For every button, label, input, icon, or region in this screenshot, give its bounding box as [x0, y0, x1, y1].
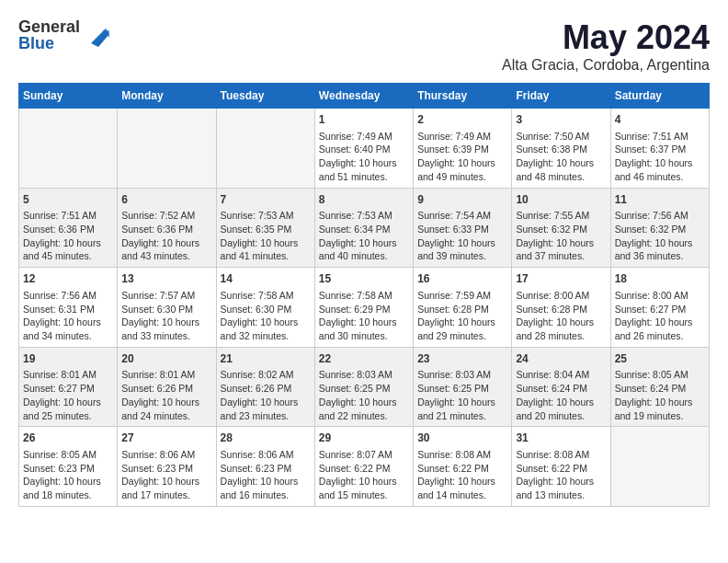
sunrise-line: Sunrise: 7:51 AM: [615, 131, 688, 142]
sunrise-line: Sunrise: 7:53 AM: [221, 210, 294, 221]
daylight-line2: and 20 minutes.: [516, 410, 585, 421]
daylight-line2: and 45 minutes.: [23, 250, 92, 261]
calendar-cell: 17Sunrise: 8:00 AMSunset: 6:28 PMDayligh…: [512, 268, 610, 348]
sunset-line: Sunset: 6:22 PM: [417, 463, 489, 474]
sunset-line: Sunset: 6:24 PM: [615, 383, 687, 394]
day-number: 10: [516, 192, 606, 208]
calendar-cell: 31Sunrise: 8:08 AMSunset: 6:22 PMDayligh…: [512, 427, 610, 507]
sunrise-line: Sunrise: 8:06 AM: [221, 449, 294, 460]
calendar-cell: 25Sunrise: 8:05 AMSunset: 6:24 PMDayligh…: [610, 347, 709, 427]
daylight-line1: Daylight: 10 hours: [23, 476, 101, 487]
sunset-line: Sunset: 6:30 PM: [221, 304, 292, 315]
sunrise-line: Sunrise: 7:51 AM: [23, 210, 97, 221]
calendar-cell: 27Sunrise: 8:06 AMSunset: 6:23 PMDayligh…: [118, 427, 216, 507]
calendar-cell: 22Sunrise: 8:03 AMSunset: 6:25 PMDayligh…: [314, 347, 413, 427]
calendar-cell: 11Sunrise: 7:56 AMSunset: 6:32 PMDayligh…: [610, 188, 709, 268]
sunrise-line: Sunrise: 8:05 AM: [615, 369, 688, 380]
sunset-line: Sunset: 6:36 PM: [23, 224, 95, 235]
calendar-row: 26Sunrise: 8:05 AMSunset: 6:23 PMDayligh…: [19, 427, 710, 507]
sunrise-line: Sunrise: 8:08 AM: [516, 449, 589, 460]
daylight-line2: and 34 minutes.: [23, 330, 92, 341]
header-saturday: Saturday: [610, 84, 709, 109]
sunset-line: Sunset: 6:23 PM: [221, 463, 292, 474]
daylight-line2: and 39 minutes.: [417, 250, 486, 261]
daylight-line2: and 19 minutes.: [615, 410, 684, 421]
calendar-cell: 2Sunrise: 7:49 AMSunset: 6:39 PMDaylight…: [414, 109, 512, 189]
sunrise-line: Sunrise: 7:53 AM: [319, 210, 392, 221]
sunset-line: Sunset: 6:32 PM: [516, 224, 587, 235]
calendar-cell: [118, 109, 216, 189]
sunrise-line: Sunrise: 8:03 AM: [319, 369, 392, 380]
sunset-line: Sunset: 6:32 PM: [615, 224, 687, 235]
sunrise-line: Sunrise: 7:58 AM: [221, 290, 294, 301]
header-monday: Monday: [118, 84, 216, 109]
daylight-line1: Daylight: 10 hours: [221, 476, 299, 487]
logo-general: General: [18, 18, 80, 35]
main-title: May 2024: [502, 18, 710, 57]
calendar-cell: 29Sunrise: 8:07 AMSunset: 6:22 PMDayligh…: [314, 427, 413, 507]
daylight-line2: and 18 minutes.: [23, 489, 92, 500]
sunset-line: Sunset: 6:38 PM: [516, 144, 587, 155]
daylight-line1: Daylight: 10 hours: [516, 157, 594, 168]
sunset-line: Sunset: 6:28 PM: [417, 304, 489, 315]
day-number: 4: [615, 112, 705, 128]
sunrise-line: Sunrise: 8:06 AM: [121, 449, 195, 460]
daylight-line2: and 28 minutes.: [516, 330, 585, 341]
daylight-line2: and 25 minutes.: [23, 410, 92, 421]
daylight-line2: and 29 minutes.: [417, 330, 486, 341]
daylight-line2: and 48 minutes.: [516, 171, 585, 182]
daylight-line1: Daylight: 10 hours: [417, 396, 495, 408]
daylight-line1: Daylight: 10 hours: [516, 476, 594, 487]
daylight-line1: Daylight: 10 hours: [516, 237, 594, 248]
daylight-line1: Daylight: 10 hours: [615, 396, 693, 408]
sunset-line: Sunset: 6:29 PM: [319, 304, 391, 315]
day-number: 31: [516, 431, 606, 446]
sunrise-line: Sunrise: 8:03 AM: [417, 369, 491, 380]
daylight-line1: Daylight: 10 hours: [23, 316, 101, 327]
day-number: 17: [516, 271, 606, 287]
daylight-line2: and 41 minutes.: [221, 250, 290, 261]
daylight-line1: Daylight: 10 hours: [319, 316, 397, 327]
calendar-cell: 8Sunrise: 7:53 AMSunset: 6:34 PMDaylight…: [314, 188, 413, 268]
day-number: 2: [417, 112, 507, 128]
day-number: 9: [417, 192, 507, 208]
daylight-line2: and 14 minutes.: [417, 489, 486, 500]
header-sunday: Sunday: [19, 84, 118, 109]
sunrise-line: Sunrise: 7:54 AM: [417, 210, 491, 221]
calendar-cell: 20Sunrise: 8:01 AMSunset: 6:26 PMDayligh…: [118, 347, 216, 427]
sunset-line: Sunset: 6:34 PM: [319, 224, 391, 235]
daylight-line2: and 15 minutes.: [319, 489, 388, 500]
day-number: 5: [23, 192, 113, 208]
day-number: 25: [615, 351, 705, 367]
calendar-header-row: SundayMondayTuesdayWednesdayThursdayFrid…: [19, 84, 710, 109]
daylight-line2: and 16 minutes.: [221, 489, 290, 500]
header-friday: Friday: [512, 84, 610, 109]
calendar-cell: 21Sunrise: 8:02 AMSunset: 6:26 PMDayligh…: [216, 347, 314, 427]
page-header: General Blue May 2024 Alta Gracia, Cordo…: [18, 18, 710, 74]
day-number: 7: [221, 192, 311, 208]
calendar-row: 12Sunrise: 7:56 AMSunset: 6:31 PMDayligh…: [19, 268, 710, 348]
daylight-line1: Daylight: 10 hours: [615, 316, 693, 327]
calendar-cell: 12Sunrise: 7:56 AMSunset: 6:31 PMDayligh…: [19, 268, 118, 348]
calendar-cell: 5Sunrise: 7:51 AMSunset: 6:36 PMDaylight…: [19, 188, 118, 268]
calendar-cell: 13Sunrise: 7:57 AMSunset: 6:30 PMDayligh…: [118, 268, 216, 348]
calendar-cell: 26Sunrise: 8:05 AMSunset: 6:23 PMDayligh…: [19, 427, 118, 507]
daylight-line1: Daylight: 10 hours: [121, 237, 199, 248]
sunset-line: Sunset: 6:39 PM: [417, 144, 489, 155]
sunset-line: Sunset: 6:26 PM: [121, 383, 193, 394]
daylight-line2: and 32 minutes.: [221, 330, 290, 341]
day-number: 18: [615, 271, 705, 287]
sunrise-line: Sunrise: 8:02 AM: [221, 369, 294, 380]
daylight-line2: and 37 minutes.: [516, 250, 585, 261]
sunrise-line: Sunrise: 7:56 AM: [615, 210, 688, 221]
daylight-line1: Daylight: 10 hours: [417, 316, 495, 327]
calendar-cell: 6Sunrise: 7:52 AMSunset: 6:36 PMDaylight…: [118, 188, 216, 268]
sunset-line: Sunset: 6:23 PM: [121, 463, 193, 474]
calendar-cell: 15Sunrise: 7:58 AMSunset: 6:29 PMDayligh…: [314, 268, 413, 348]
daylight-line2: and 21 minutes.: [417, 410, 486, 421]
sunset-line: Sunset: 6:37 PM: [615, 144, 687, 155]
sunrise-line: Sunrise: 8:01 AM: [23, 369, 97, 380]
daylight-line2: and 36 minutes.: [615, 250, 684, 261]
sunrise-line: Sunrise: 7:59 AM: [417, 290, 491, 301]
daylight-line2: and 33 minutes.: [121, 330, 190, 341]
